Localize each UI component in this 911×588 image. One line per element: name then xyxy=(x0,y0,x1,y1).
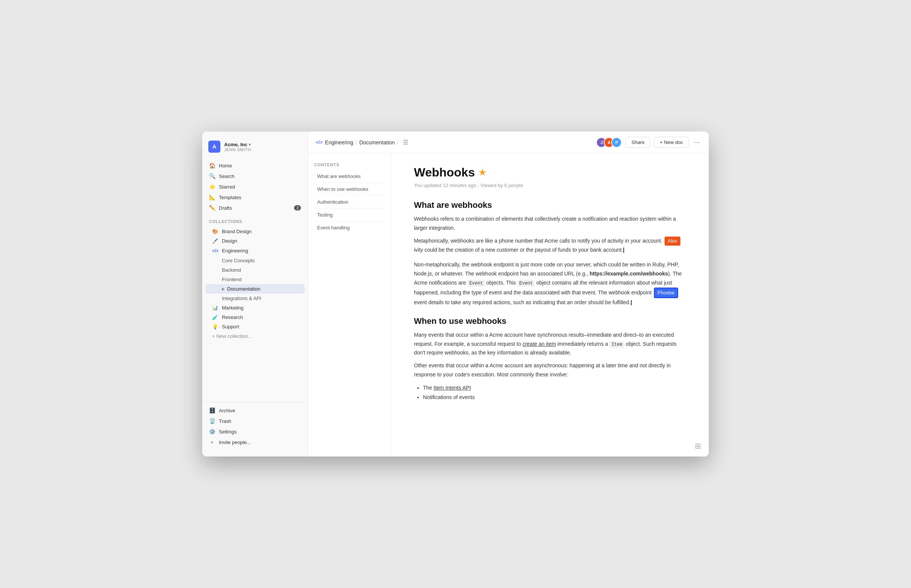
invite-label: Invite people... xyxy=(219,439,251,445)
new-doc-button[interactable]: + New doc xyxy=(654,137,689,148)
doc-paragraph-5: Other events that occur within a Acme ac… xyxy=(414,361,686,380)
sidebar-item-backend[interactable]: Backend xyxy=(205,265,305,275)
toc-item-authentication[interactable]: Authentication xyxy=(314,197,385,207)
bold-url: https://example.com/webhooks xyxy=(590,271,668,276)
toc-item-what-are-webhooks[interactable]: What are webhooks xyxy=(314,171,385,181)
sidebar-item-label: Starred xyxy=(219,184,235,190)
sidebar-item-research[interactable]: 🧪 Research xyxy=(205,312,305,322)
plus-icon: + xyxy=(209,439,215,445)
sidebar-item-label: Drafts xyxy=(219,205,232,211)
collections-label: COLLECTIONS xyxy=(202,215,308,225)
doc-paragraph-3: Non-metaphorically, the webhook endpoint… xyxy=(414,260,686,307)
sidebar-item-core-concepts[interactable]: Core Concepts xyxy=(205,256,305,265)
document-area: Webhooks ★ You updated 12 minutes ago · … xyxy=(391,153,709,457)
collection-label: Brand Design xyxy=(222,229,252,234)
sidebar-item-drafts[interactable]: ✏️ Drafts 3 xyxy=(205,202,305,213)
workspace-info: Acme, Inc ▾ JENN SMITH xyxy=(224,142,251,152)
breadcrumb-separator-2: / xyxy=(397,139,399,145)
main-nav: 🏠 Home 🔍 Search ⭐ Starred 📐 Templates ✏️… xyxy=(202,159,308,215)
sidebar-item-design[interactable]: 🖌️ Design xyxy=(205,236,305,246)
mention-alex: Alex xyxy=(665,237,680,246)
collaborator-avatars: J A P xyxy=(596,137,622,148)
collection-label: Support xyxy=(222,324,239,330)
avatar-3: P xyxy=(611,137,622,148)
mention-phoebe: Phoebe xyxy=(654,288,678,298)
new-doc-label: + New doc xyxy=(660,139,683,145)
item-intents-api-link[interactable]: Item Intents API xyxy=(434,385,471,391)
toc-item-when-to-use-webhooks[interactable]: When to use webhooks xyxy=(314,184,385,194)
marketing-icon: 📊 xyxy=(212,305,218,311)
workspace-avatar: A xyxy=(208,141,220,153)
toc-item-event-handling[interactable]: Event handling xyxy=(314,223,385,233)
main-area: </> Engineering / Documentation / ☰ J A … xyxy=(308,131,709,457)
sidebar-item-label: Home xyxy=(219,163,232,168)
sidebar-item-engineering[interactable]: </> Engineering ⇅ ··· xyxy=(205,246,305,256)
drafts-icon: ✏️ xyxy=(209,205,215,211)
toc-label: CONTENTS xyxy=(314,163,385,167)
doc-toolbar-bottom: ⊞ xyxy=(695,441,701,451)
documentation-label: Documentation xyxy=(227,286,260,292)
new-collection-button[interactable]: + New collection... xyxy=(205,331,305,341)
inline-code-event2: Event xyxy=(518,280,535,287)
integrations-label: Integrations & API xyxy=(222,296,261,301)
sidebar-item-starred[interactable]: ⭐ Starred xyxy=(205,181,305,192)
table-icon[interactable]: ⊞ xyxy=(695,441,701,451)
user-name: JENN SMITH xyxy=(224,147,251,152)
collection-label: Design xyxy=(222,238,237,244)
sidebar-item-frontend[interactable]: Frontend xyxy=(205,275,305,284)
sort-icon[interactable]: ⇅ xyxy=(290,247,294,254)
design-icon: 🖌️ xyxy=(212,238,218,244)
list-item-1: The Item Intents API xyxy=(423,383,686,393)
sidebar-item-documentation[interactable]: ▶ Documentation xyxy=(205,284,305,294)
sidebar-item-settings[interactable]: ⚙️ Settings xyxy=(205,426,305,437)
inline-code-event: Event xyxy=(468,280,485,287)
collection-label: Marketing xyxy=(222,305,243,311)
content-area: CONTENTS What are webhooks When to use w… xyxy=(308,153,709,457)
templates-icon: 📐 xyxy=(209,194,215,200)
breadcrumb: </> Engineering / Documentation / xyxy=(316,139,398,145)
invite-people-button[interactable]: + Invite people... xyxy=(205,437,305,447)
workspace-header[interactable]: A Acme, Inc ▾ JENN SMITH xyxy=(202,137,308,159)
collection-label: Engineering xyxy=(222,248,248,254)
inline-code-item: Item xyxy=(609,341,624,348)
doc-paragraph-1: Webhooks refers to a combination of elem… xyxy=(414,215,686,233)
more-options-button[interactable]: ··· xyxy=(693,137,701,148)
archive-icon: 🗄️ xyxy=(209,407,215,414)
sidebar-item-marketing[interactable]: 📊 Marketing xyxy=(205,303,305,312)
sidebar-item-integrations-api[interactable]: Integrations & API xyxy=(205,294,305,303)
sidebar-item-home[interactable]: 🏠 Home xyxy=(205,160,305,171)
create-item-link[interactable]: create an item xyxy=(523,341,556,347)
breadcrumb-documentation[interactable]: Documentation xyxy=(359,139,395,145)
settings-label: Settings xyxy=(219,429,237,435)
more-icon[interactable]: ··· xyxy=(296,247,301,254)
engineering-breadcrumb-icon: </> xyxy=(316,139,323,145)
toc-item-testing[interactable]: Testing xyxy=(314,210,385,220)
trash-label: Trash xyxy=(219,418,231,424)
collection-label: Research xyxy=(222,314,243,320)
engineering-icon: </> xyxy=(212,248,218,254)
cursor-2 xyxy=(631,300,632,305)
breadcrumb-engineering[interactable]: Engineering xyxy=(325,139,353,145)
sidebar-item-support[interactable]: 💡 Support xyxy=(205,322,305,331)
search-icon: 🔍 xyxy=(209,173,215,179)
topbar: </> Engineering / Documentation / ☰ J A … xyxy=(308,131,709,153)
sidebar-item-archive[interactable]: 🗄️ Archive xyxy=(205,405,305,416)
hamburger-menu-icon[interactable]: ☰ xyxy=(403,139,408,146)
section-heading-1: What are webhooks xyxy=(414,200,686,210)
settings-icon: ⚙️ xyxy=(209,428,215,435)
sidebar-item-brand-design[interactable]: 🎨 Brand Design xyxy=(205,227,305,236)
doc-paragraph-2: Metaphorically, webhooks are like a phon… xyxy=(414,237,686,255)
breadcrumb-separator: / xyxy=(356,139,357,145)
backend-label: Backend xyxy=(222,267,241,273)
doc-paragraph-4: Many events that occur within a Acme acc… xyxy=(414,331,686,357)
sidebar-item-templates[interactable]: 📐 Templates xyxy=(205,192,305,202)
starred-icon[interactable]: ★ xyxy=(479,168,486,178)
sidebar-item-trash[interactable]: 🗑️ Trash xyxy=(205,416,305,426)
star-icon: ⭐ xyxy=(209,184,215,190)
share-button[interactable]: Share xyxy=(626,137,650,148)
workspace-name: Acme, Inc ▾ xyxy=(224,142,251,147)
chevron-down-icon: ▾ xyxy=(249,142,251,147)
sidebar-item-search[interactable]: 🔍 Search xyxy=(205,171,305,181)
research-icon: 🧪 xyxy=(212,314,218,320)
cursor xyxy=(623,247,624,253)
